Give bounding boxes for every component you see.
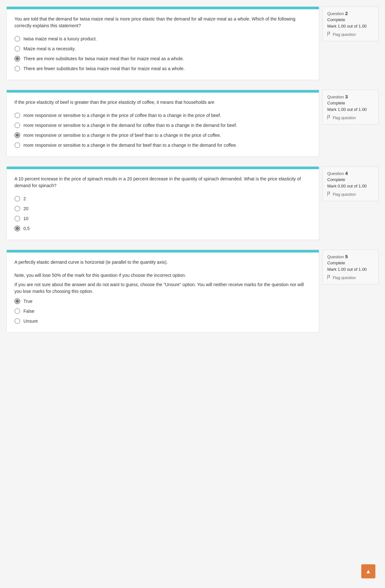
radio-btn-3-1[interactable]	[14, 122, 20, 128]
page-wrapper: You are told that the demand for Iwisa m…	[0, 0, 385, 339]
sidebar-status-4: Complete	[327, 177, 374, 182]
question-text-4: A 10 percent increase in the price of sp…	[14, 176, 311, 189]
question-sidebar-5: Question 5CompleteMark 1.00 out of 1.00F…	[322, 250, 379, 285]
radio-btn-5-1[interactable]	[14, 308, 20, 314]
question-main-2: You are told that the demand for Iwisa m…	[6, 6, 319, 80]
option-label-4-1: 20	[23, 205, 29, 212]
option-item-3-3[interactable]: more responsive or sensitive to a change…	[14, 142, 311, 149]
option-label-5-1: False	[23, 308, 34, 315]
flag-label-2: Flag question	[333, 32, 356, 37]
sidebar-label-5: Question 5	[327, 254, 374, 259]
question-main-5: A perfectly elastic demand curve is hori…	[6, 250, 319, 333]
option-item-4-1[interactable]: 20	[14, 205, 311, 212]
radio-btn-2-1[interactable]	[14, 46, 20, 52]
question-block-3: If the price elasticity of beef is great…	[6, 90, 379, 157]
option-label-5-2: Unsure	[23, 318, 38, 325]
question-header-2	[7, 7, 319, 9]
option-label-3-0: more responsive or sensitive to a change…	[23, 112, 221, 119]
flag-question-3[interactable]: Flag question	[327, 115, 374, 120]
option-label-2-1: Maize meal is a necessity.	[23, 46, 75, 52]
option-item-3-2[interactable]: more responsive or sensitive to a change…	[14, 132, 311, 139]
radio-btn-3-2[interactable]	[14, 132, 20, 138]
question-main-3: If the price elasticity of beef is great…	[6, 90, 319, 157]
option-item-5-0[interactable]: True	[14, 298, 311, 305]
option-label-2-2: There are more substitutes for Iwisa mai…	[23, 55, 184, 62]
question-body-5: A perfectly elastic demand curve is hori…	[7, 253, 319, 332]
question-note-5-0: Note, you will lose 50% of the mark for …	[14, 272, 311, 279]
question-note-5-1: If you are not sure about the answer and…	[14, 281, 311, 295]
radio-btn-3-3[interactable]	[14, 142, 20, 148]
question-body-3: If the price elasticity of beef is great…	[7, 93, 319, 156]
radio-btn-4-3[interactable]	[14, 226, 20, 231]
flag-label-4: Flag question	[333, 192, 356, 197]
question-header-4	[7, 167, 319, 169]
question-body-2: You are told that the demand for Iwisa m…	[7, 9, 319, 80]
flag-label-3: Flag question	[333, 116, 356, 120]
radio-btn-4-2[interactable]	[14, 216, 20, 221]
option-item-3-0[interactable]: more responsive or sensitive to a change…	[14, 112, 311, 119]
radio-btn-3-0[interactable]	[14, 112, 20, 118]
option-item-3-1[interactable]: more responsive or sensitive to a change…	[14, 122, 311, 129]
sidebar-label-4: Question 4	[327, 170, 374, 176]
sidebar-mark-3: Mark 1.00 out of 1.00	[327, 107, 374, 112]
sidebar-mark-5: Mark 1.00 out of 1.00	[327, 267, 374, 272]
option-item-5-1[interactable]: False	[14, 308, 311, 315]
option-item-5-2[interactable]: Unsure	[14, 318, 311, 325]
flag-icon-2	[327, 32, 331, 37]
question-sidebar-3: Question 3CompleteMark 1.00 out of 1.00F…	[322, 90, 379, 125]
sidebar-status-5: Complete	[327, 261, 374, 265]
flag-question-5[interactable]: Flag question	[327, 275, 374, 280]
question-block-4: A 10 percent increase in the price of sp…	[6, 166, 379, 240]
option-item-4-0[interactable]: 2	[14, 195, 311, 202]
question-main-4: A 10 percent increase in the price of sp…	[6, 166, 319, 240]
option-item-4-3[interactable]: 0,5	[14, 225, 311, 232]
question-header-3	[7, 90, 319, 93]
question-header-5	[7, 250, 319, 253]
flag-question-2[interactable]: Flag question	[327, 32, 374, 37]
option-label-3-2: more responsive or sensitive to a change…	[23, 132, 221, 139]
question-text-3: If the price elasticity of beef is great…	[14, 99, 311, 106]
question-block-5: A perfectly elastic demand curve is hori…	[6, 250, 379, 333]
question-sidebar-2: Question 2CompleteMark 1.00 out of 1.00F…	[322, 6, 379, 41]
radio-btn-2-3[interactable]	[14, 66, 20, 71]
radio-btn-5-2[interactable]	[14, 318, 20, 324]
options-list-2: Iwisa maize meal is a luxury product.Mai…	[14, 36, 311, 72]
option-item-2-1[interactable]: Maize meal is a necessity.	[14, 46, 311, 52]
option-label-3-1: more responsive or sensitive to a change…	[23, 122, 237, 129]
radio-btn-2-2[interactable]	[14, 56, 20, 62]
option-item-4-2[interactable]: 10	[14, 215, 311, 222]
flag-icon-4	[327, 192, 331, 197]
flag-label-5: Flag question	[333, 276, 356, 280]
radio-btn-2-0[interactable]	[14, 36, 20, 42]
option-label-5-0: True	[23, 298, 32, 305]
options-list-3: more responsive or sensitive to a change…	[14, 112, 311, 149]
radio-btn-5-0[interactable]	[14, 298, 20, 304]
question-text-5: A perfectly elastic demand curve is hori…	[14, 259, 311, 266]
question-sidebar-4: Question 4CompleteMark 0.00 out of 1.00F…	[322, 166, 379, 201]
option-item-2-2[interactable]: There are more substitutes for Iwisa mai…	[14, 55, 311, 62]
flag-icon-5	[327, 275, 331, 280]
question-text-2: You are told that the demand for Iwisa m…	[14, 16, 311, 29]
sidebar-mark-4: Mark 0.00 out of 1.00	[327, 183, 374, 189]
options-list-4: 220100,5	[14, 195, 311, 232]
sidebar-label-2: Question 2	[327, 11, 374, 16]
option-label-4-2: 10	[23, 215, 29, 222]
options-list-5: TrueFalseUnsure	[14, 298, 311, 325]
option-label-4-3: 0,5	[23, 225, 30, 232]
question-block-2: You are told that the demand for Iwisa m…	[6, 6, 379, 80]
sidebar-mark-2: Mark 1.00 out of 1.00	[327, 23, 374, 29]
option-label-3-3: more responsive or sensitive to a change…	[23, 142, 237, 149]
option-label-2-3: There are fewer substitutes for Iwisa ma…	[23, 65, 185, 72]
radio-btn-4-0[interactable]	[14, 196, 20, 202]
radio-btn-4-1[interactable]	[14, 206, 20, 211]
option-label-2-0: Iwisa maize meal is a luxury product.	[23, 36, 97, 42]
option-item-2-3[interactable]: There are fewer substitutes for Iwisa ma…	[14, 65, 311, 72]
option-label-4-0: 2	[23, 195, 26, 202]
flag-icon-3	[327, 115, 331, 120]
sidebar-status-2: Complete	[327, 17, 374, 22]
sidebar-status-3: Complete	[327, 101, 374, 105]
option-item-2-0[interactable]: Iwisa maize meal is a luxury product.	[14, 36, 311, 42]
question-body-4: A 10 percent increase in the price of sp…	[7, 169, 319, 240]
sidebar-label-3: Question 3	[327, 94, 374, 99]
flag-question-4[interactable]: Flag question	[327, 192, 374, 197]
